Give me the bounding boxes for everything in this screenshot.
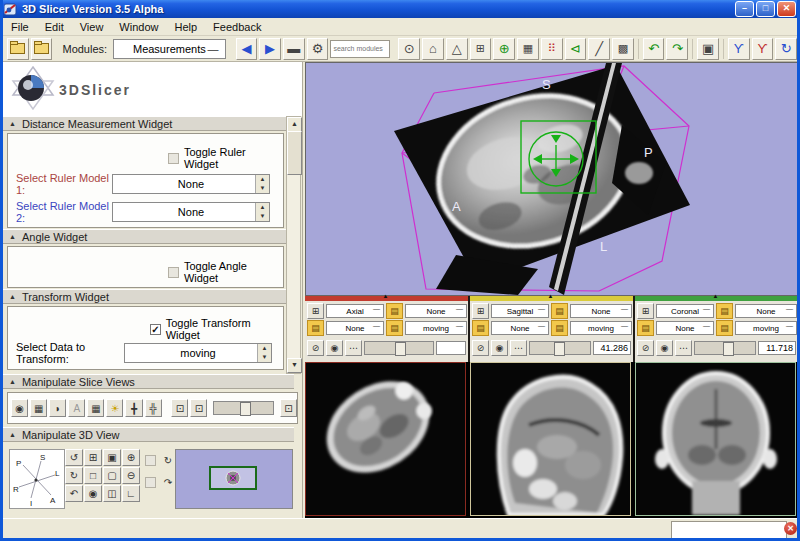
minimize-button[interactable]: – <box>735 1 754 17</box>
foreground-layer-icon[interactable]: ▤ <box>551 303 568 319</box>
zoom-out-button[interactable]: ⊖ <box>122 467 140 484</box>
redo-button[interactable]: ↷ <box>666 38 688 60</box>
transform-data-combo[interactable]: moving ▲▼ <box>124 343 272 363</box>
toggle-ruler-checkbox[interactable] <box>168 153 179 164</box>
center-view-button[interactable]: ⊞ <box>84 449 102 466</box>
slice-visibility-button[interactable]: ◉ <box>491 340 508 356</box>
axial-label-combo[interactable]: None— <box>326 321 384 335</box>
view3d-header[interactable]: ▲ Manipulate 3D View <box>3 427 294 442</box>
slice-menu-button[interactable]: ⋯ <box>510 340 527 356</box>
measurements-button[interactable]: ╱ <box>588 38 610 60</box>
menu-item-view[interactable]: View <box>72 20 112 34</box>
background-toggle-button[interactable]: ⊡ <box>280 399 297 417</box>
slider-thumb[interactable] <box>240 402 251 416</box>
transform-widget-header[interactable]: ▲ Transform Widget <box>3 289 286 304</box>
axial-color-bar[interactable]: ▲ <box>305 296 468 301</box>
module-selector[interactable]: Measurements — <box>113 39 225 59</box>
module-search-input[interactable] <box>330 40 390 58</box>
status-input[interactable] <box>671 521 787 539</box>
orientation-compass[interactable]: P S L R I A <box>9 449 65 509</box>
sagittal-label-combo[interactable]: None— <box>491 321 549 335</box>
label-layer-icon[interactable]: ▤ <box>307 320 324 336</box>
coronal-offset-value[interactable]: 11.718 <box>758 341 796 355</box>
module-next-button[interactable]: ▶ <box>259 38 281 60</box>
slice-visibility-button[interactable]: ◉ <box>326 340 343 356</box>
toggle-angle-checkbox[interactable] <box>168 267 179 278</box>
link-slices-button[interactable]: ⊘ <box>472 340 489 356</box>
coronal-color-bar[interactable]: ▲ <box>635 296 798 301</box>
link-slices-button[interactable]: ⊘ <box>307 340 324 356</box>
distance-widget-header[interactable]: ▲ Distance Measurement Widget <box>3 116 286 131</box>
menu-item-edit[interactable]: Edit <box>37 20 72 34</box>
angle-widget-header[interactable]: ▲ Angle Widget <box>3 229 286 244</box>
coronal-background-combo[interactable]: moving— <box>735 321 797 335</box>
axial-orientation-combo[interactable]: Axial— <box>326 304 384 318</box>
crosshair-button[interactable]: ⊕ <box>493 38 515 60</box>
coronal-offset-slider[interactable] <box>694 341 756 355</box>
foreground-layer-icon[interactable]: ▤ <box>716 303 733 319</box>
axial-foreground-combo[interactable]: None— <box>405 304 467 318</box>
editor-button[interactable]: ▩ <box>612 38 634 60</box>
fit-window-button[interactable]: ⊡ <box>171 399 188 417</box>
bounding-box-button[interactable]: □ <box>84 467 102 484</box>
panel-scrollbar[interactable]: ▲ ▼ <box>286 116 301 374</box>
slice-layout-button[interactable]: ▦ <box>30 399 47 417</box>
viewer-3d[interactable]: S P L A <box>305 62 798 296</box>
slice-opacity-slider[interactable] <box>213 401 273 415</box>
sagittal-orientation-combo[interactable]: Sagittal— <box>491 304 549 318</box>
settings-button[interactable]: ⚙ <box>307 38 329 60</box>
menu-item-help[interactable]: Help <box>166 20 205 34</box>
slice-menu-button[interactable]: ⋯ <box>345 340 362 356</box>
snapshot-button[interactable]: ▣ <box>103 449 121 466</box>
zoom-in-button[interactable]: ⊕ <box>122 449 140 466</box>
toggle-transform-checkbox[interactable]: ✓ <box>150 324 161 335</box>
slice-options-button[interactable]: ⊞ <box>637 303 654 319</box>
slice-visibility-button[interactable]: ◉ <box>11 399 28 417</box>
slice-options-button[interactable]: ⊞ <box>472 303 489 319</box>
undo-button[interactable]: ↶ <box>643 38 665 60</box>
save-scene-button[interactable] <box>31 38 53 60</box>
sagittal-offset-slider[interactable] <box>529 341 591 355</box>
label-layer-icon[interactable]: ▤ <box>472 320 489 336</box>
rock-checkbox[interactable] <box>145 477 156 488</box>
home-module-button[interactable]: ⌂ <box>422 38 444 60</box>
slice-grid-button[interactable]: ╋ <box>125 399 142 417</box>
roll-button[interactable]: ↶ <box>65 485 83 502</box>
fiducials-button[interactable]: ⊞ <box>470 38 492 60</box>
slice-label-button[interactable]: A <box>68 399 85 417</box>
spin-checkbox[interactable] <box>145 455 156 466</box>
background-layer-icon[interactable]: ▤ <box>551 320 568 336</box>
load-scene-button[interactable] <box>7 38 29 60</box>
sagittal-foreground-combo[interactable]: None— <box>570 304 632 318</box>
link-slices-button[interactable]: ⊘ <box>637 340 654 356</box>
menu-item-file[interactable]: File <box>3 20 37 34</box>
axial-viewport[interactable] <box>305 362 466 516</box>
slice-sphere-button[interactable]: ◗ <box>49 399 66 417</box>
error-log-button[interactable]: ✕ <box>784 522 797 535</box>
module-back-button[interactable]: ◀ <box>236 38 258 60</box>
coronal-label-combo[interactable]: None— <box>656 321 714 335</box>
pitch-button[interactable]: ↺ <box>65 449 83 466</box>
axial-offset-value[interactable] <box>436 341 466 355</box>
background-layer-icon[interactable]: ▤ <box>386 320 403 336</box>
slice-light-button[interactable]: ☀ <box>106 399 123 417</box>
slice-menu-button[interactable]: ⋯ <box>675 340 692 356</box>
axial-background-combo[interactable]: moving— <box>405 321 467 335</box>
ruler-model-2-combo[interactable]: None ▲▼ <box>112 202 270 222</box>
maximize-button[interactable]: □ <box>756 1 775 17</box>
sagittal-offset-value[interactable]: 41.286 <box>593 341 631 355</box>
menu-item-window[interactable]: Window <box>111 20 166 34</box>
ruler-3d-button[interactable]: ∟ <box>122 485 140 502</box>
ruler-model-1-combo[interactable]: None ▲▼ <box>112 174 270 194</box>
label-layer-icon[interactable]: ▤ <box>637 320 654 336</box>
view3d-module-button[interactable]: △ <box>446 38 468 60</box>
sagittal-viewport[interactable] <box>470 362 631 516</box>
scroll-up-button[interactable]: ▲ <box>287 117 302 132</box>
person-blue-button[interactable]: ϒ <box>728 38 750 60</box>
slice-rgb-button[interactable]: ▦ <box>87 399 104 417</box>
sagittal-color-bar[interactable]: ▲ <box>470 296 633 301</box>
scroll-thumb[interactable] <box>287 131 302 175</box>
coronal-orientation-combo[interactable]: Coronal— <box>656 304 714 318</box>
camera-button[interactable]: ▢ <box>103 467 121 484</box>
yaw-button[interactable]: ↻ <box>65 467 83 484</box>
